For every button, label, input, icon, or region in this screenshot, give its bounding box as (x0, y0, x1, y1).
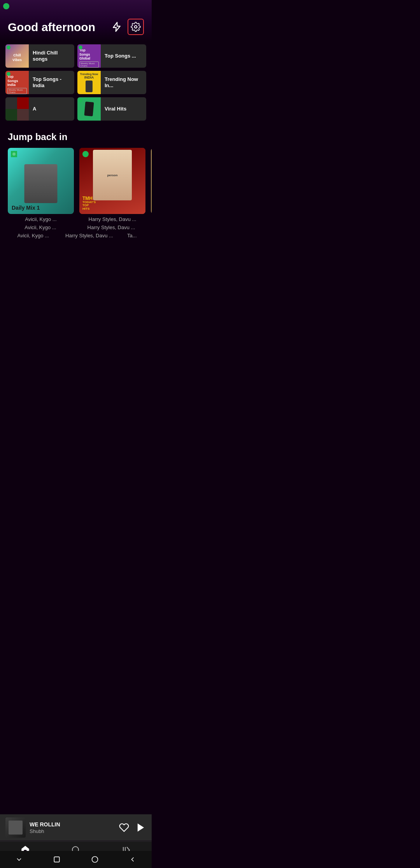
now-playing-title: WE ROLLIN (30, 821, 115, 828)
tile-a-mix[interactable]: A (5, 97, 74, 121)
tile-viral-hits[interactable]: Viral Hits (77, 97, 146, 121)
page-title: Good afternoon (8, 21, 95, 33)
android-nav (0, 851, 152, 868)
settings-icon (131, 22, 141, 32)
card-daily-mix-1[interactable]: Daily Mix 1 Avicii, Kygo ... (8, 148, 74, 222)
android-down-icon[interactable] (15, 856, 23, 863)
tile-viral-hits-label: Viral Hits (101, 106, 130, 112)
card-daily-mix-1-sub: Avicii, Kygo ... (8, 224, 73, 230)
svg-rect-6 (54, 857, 60, 862)
now-playing-actions (119, 822, 146, 833)
tile-trending-india[interactable]: Trending Now INDIA Trending Now In... (77, 71, 146, 94)
svg-point-7 (92, 857, 98, 863)
tile-top-songs-global[interactable]: TopSongsGlobal Weekly Music Charts Top S… (77, 44, 146, 68)
card-daily-mix-1-img: Daily Mix 1 (8, 148, 74, 214)
android-recents-icon[interactable] (53, 856, 61, 863)
tile-viral-hits-img (77, 97, 101, 121)
tile-top-songs-global-label: Top Songs ... (101, 53, 140, 59)
now-playing-thumb (5, 817, 26, 838)
main-content: Good afternoon ChillVibes (0, 0, 152, 309)
svg-point-0 (135, 26, 137, 28)
jump-back-in-title: Jump back in (0, 121, 152, 148)
now-playing-artist: Shubh (30, 828, 115, 834)
tile-top-songs-india-label: Top Songs - India (29, 76, 74, 88)
tiles-section: ChillVibes Hindi Chill songs TopSongsGlo… (0, 41, 152, 121)
tile-top-songs-india-img: TopSongsIndia Weekly Music Charts (5, 71, 29, 94)
tile-a-mix-img (5, 97, 29, 121)
tiles-grid: ChillVibes Hindi Chill songs TopSongsGlo… (5, 44, 146, 121)
tile-trending-india-img: Trending Now INDIA (77, 71, 101, 94)
card-todays-top-hits[interactable]: person TMH TODAY'STOPHITS Harry Styles, … (79, 148, 145, 222)
like-button[interactable] (119, 822, 129, 833)
tile-hindi-chill-label: Hindi Chill songs (29, 50, 74, 62)
tile-top-songs-global-img: TopSongsGlobal Weekly Music Charts (77, 44, 101, 68)
android-back-icon[interactable] (129, 856, 136, 863)
tile-top-songs-india[interactable]: TopSongsIndia Weekly Music Charts Top So… (5, 71, 74, 94)
card-daily-mix-1-label: Avicii, Kygo ... (8, 216, 74, 222)
card-subtitles: Avicii, Kygo ... Harry Styles, Davu ... (0, 224, 152, 230)
tile-a-mix-label: A (29, 106, 40, 112)
header: Good afternoon (0, 0, 152, 41)
card-todays-top-hits-img: person TMH TODAY'STOPHITS (79, 148, 145, 214)
artist-partial: Ta... (120, 233, 144, 238)
card-todays-top-hits-label: Harry Styles, Davu ... (79, 216, 145, 222)
jump-back-scroll[interactable]: Daily Mix 1 Avicii, Kygo ... person (0, 148, 152, 230)
tile-hindi-chill[interactable]: ChillVibes Hindi Chill songs (5, 44, 74, 68)
card-tth-sub: Harry Styles, Davu ... (79, 224, 144, 230)
lightning-icon[interactable] (111, 21, 122, 32)
header-icons (111, 19, 144, 35)
card-partial[interactable] (151, 148, 152, 222)
tile-hindi-chill-img: ChillVibes (5, 44, 29, 68)
card-artist-labels: Avicii, Kygo ... Harry Styles, Davu ... … (0, 230, 152, 238)
now-playing-info: WE ROLLIN Shubh (30, 821, 115, 834)
artist-daily-mix: Avicii, Kygo ... (8, 233, 58, 238)
settings-button[interactable] (128, 19, 144, 35)
daily-mix-bg: Daily Mix 1 (8, 148, 74, 214)
artist-tth: Harry Styles, Davu ... (64, 233, 114, 238)
android-home-icon[interactable] (91, 856, 99, 863)
tth-bg: person TMH TODAY'STOPHITS (79, 148, 145, 214)
tile-trending-india-label: Trending Now In... (101, 76, 146, 88)
card-partial-img (151, 148, 152, 214)
now-playing-bar: WE ROLLIN Shubh (0, 814, 152, 841)
svg-marker-1 (138, 824, 144, 832)
play-button[interactable] (135, 822, 146, 833)
